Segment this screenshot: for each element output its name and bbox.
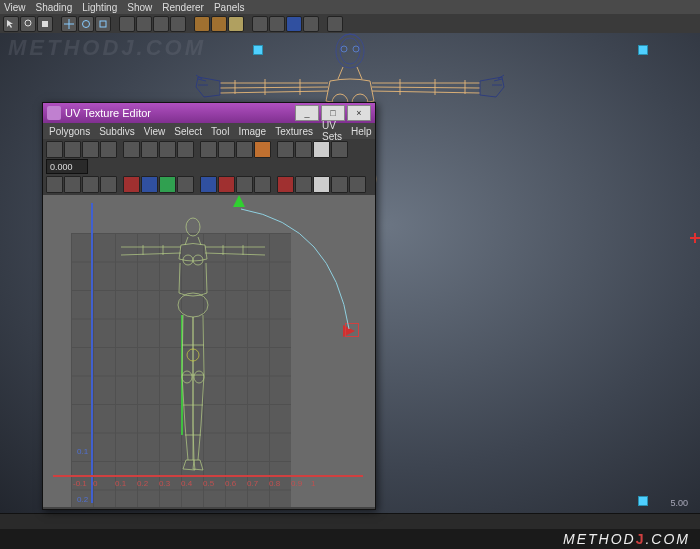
uv-flip-v-btn[interactable]	[141, 141, 158, 158]
uv-tick-x7: 0.6	[225, 479, 236, 488]
uv-rgb-chan-btn[interactable]	[313, 176, 330, 193]
uv-grid-btn[interactable]	[277, 141, 294, 158]
uv-comp-vertex-btn[interactable]	[123, 176, 140, 193]
shelf-scale-icon[interactable]	[95, 16, 111, 32]
menu-lighting[interactable]: Lighting	[82, 2, 117, 13]
shelf-select-icon[interactable]	[3, 16, 19, 32]
uv-tick-x10: 0.9	[291, 479, 302, 488]
uv-tick-y2: 0.2	[77, 495, 88, 504]
uv-shell-wireframe[interactable]	[103, 215, 283, 473]
uv-tool-3[interactable]	[82, 141, 99, 158]
uv-menu-tool[interactable]: Tool	[211, 126, 229, 137]
brand-watermark: METHODJ.COM	[563, 531, 690, 547]
svg-point-0	[25, 20, 31, 26]
svg-point-7	[353, 46, 359, 52]
uv-checker-btn[interactable]	[331, 176, 348, 193]
uv-value-field[interactable]: 0.000	[46, 159, 88, 174]
svg-rect-1	[42, 21, 48, 27]
shelf-snap2-icon[interactable]	[136, 16, 152, 32]
svg-point-20	[194, 371, 204, 383]
uv-axis-h	[53, 475, 363, 477]
menu-view[interactable]: View	[4, 2, 26, 13]
shelf-move-icon[interactable]	[61, 16, 77, 32]
uv-tick-x11: 1	[311, 479, 315, 488]
viewport-readout: 5.00	[670, 498, 688, 508]
uv-row2-4[interactable]	[100, 176, 117, 193]
menu-show[interactable]: Show	[127, 2, 152, 13]
uv-toggle2-btn[interactable]	[254, 176, 271, 193]
uv-shade-btn[interactable]	[313, 141, 330, 158]
uv-tick-x3: 0.2	[137, 479, 148, 488]
uv-tick-x2: 0.1	[115, 479, 126, 488]
uv-menu-view[interactable]: View	[144, 126, 166, 137]
axis-marker-x-icon	[690, 233, 700, 243]
maximize-button[interactable]: □	[321, 105, 345, 121]
uv-texture-editor-window[interactable]: UV Texture Editor _ □ × Polygons Subdivs…	[42, 102, 376, 510]
shelf-rotate-icon[interactable]	[78, 16, 94, 32]
uv-tool-4[interactable]	[100, 141, 117, 158]
uv-row2-2[interactable]	[64, 176, 81, 193]
uv-menu-subdivs[interactable]: Subdivs	[99, 126, 135, 137]
uv-tick-y1: 0.1	[77, 447, 88, 456]
svg-point-15	[186, 218, 200, 236]
uv-menu-textures[interactable]: Textures	[275, 126, 313, 137]
move-y-arrow-icon[interactable]	[233, 195, 245, 207]
uv-dim-btn[interactable]	[331, 141, 348, 158]
uv-menu-uvsets[interactable]: UV Sets	[322, 120, 342, 142]
uv-menubar: Polygons Subdivs View Select Tool Image …	[43, 123, 375, 139]
minimize-button[interactable]: _	[295, 105, 319, 121]
uv-row2-3[interactable]	[82, 176, 99, 193]
uv-axis-v	[91, 203, 93, 503]
uv-tick-x4: 0.3	[159, 479, 170, 488]
uv-tool-2[interactable]	[64, 141, 81, 158]
menu-renderer[interactable]: Renderer	[162, 2, 204, 13]
uv-comp-edge-btn[interactable]	[141, 176, 158, 193]
uv-isolate-btn[interactable]	[200, 176, 217, 193]
svg-point-18	[178, 293, 208, 317]
timeline-bar[interactable]	[0, 513, 700, 529]
uv-view[interactable]: -0.1 0 0.1 0.2 0.3 0.4 0.5 0.6 0.7 0.8 0…	[43, 195, 375, 507]
uv-window-title: UV Texture Editor	[65, 107, 151, 119]
menu-shading[interactable]: Shading	[36, 2, 73, 13]
menu-panels[interactable]: Panels	[214, 2, 245, 13]
uv-sew-btn[interactable]	[218, 141, 235, 158]
uv-menu-help[interactable]: Help	[351, 126, 372, 137]
uv-tool-1[interactable]	[46, 141, 63, 158]
uv-layout-btn[interactable]	[236, 141, 253, 158]
uv-comp-uv-btn[interactable]	[177, 176, 194, 193]
uv-toggle1-btn[interactable]	[236, 176, 253, 193]
uv-flip-u-btn[interactable]	[123, 141, 140, 158]
uv-menu-polygons[interactable]: Polygons	[49, 126, 90, 137]
move-x-handle[interactable]	[345, 323, 359, 337]
uv-tick-x0: -0.1	[73, 479, 87, 488]
uv-remove-btn[interactable]	[218, 176, 235, 193]
uv-rotate-cw-btn[interactable]	[177, 141, 194, 158]
uv-row2-1[interactable]	[46, 176, 63, 193]
uv-rotate-ccw-btn[interactable]	[159, 141, 176, 158]
svg-point-6	[341, 46, 347, 52]
main-menubar: View Shading Lighting Show Renderer Pane…	[0, 0, 700, 14]
manip-handle-tr[interactable]	[638, 45, 648, 55]
uv-tick-x6: 0.5	[203, 479, 214, 488]
status-bar: METHODJ.COM	[0, 529, 700, 549]
close-button[interactable]: ×	[347, 105, 371, 121]
shelf-snap1-icon[interactable]	[119, 16, 135, 32]
shelf-paint-icon[interactable]	[37, 16, 53, 32]
uv-red-chan-btn[interactable]	[277, 176, 294, 193]
svg-point-19	[182, 371, 192, 383]
uv-menu-select[interactable]: Select	[174, 126, 202, 137]
uv-px-btn[interactable]	[295, 141, 312, 158]
uv-alpha-chan-btn[interactable]	[295, 176, 312, 193]
uv-toolbar: 0.000	[43, 139, 375, 195]
manip-handle-br[interactable]	[638, 496, 648, 506]
svg-point-2	[83, 21, 90, 28]
uv-filter-btn[interactable]	[349, 176, 366, 193]
uv-snapshot-btn[interactable]	[254, 141, 271, 158]
svg-point-5	[340, 38, 360, 64]
uv-cut-btn[interactable]	[200, 141, 217, 158]
uv-tick-x9: 0.8	[269, 479, 280, 488]
uv-tick-x1: 0	[93, 479, 97, 488]
uv-menu-image[interactable]: Image	[238, 126, 266, 137]
shelf-lasso-icon[interactable]	[20, 16, 36, 32]
uv-comp-face-btn[interactable]	[159, 176, 176, 193]
